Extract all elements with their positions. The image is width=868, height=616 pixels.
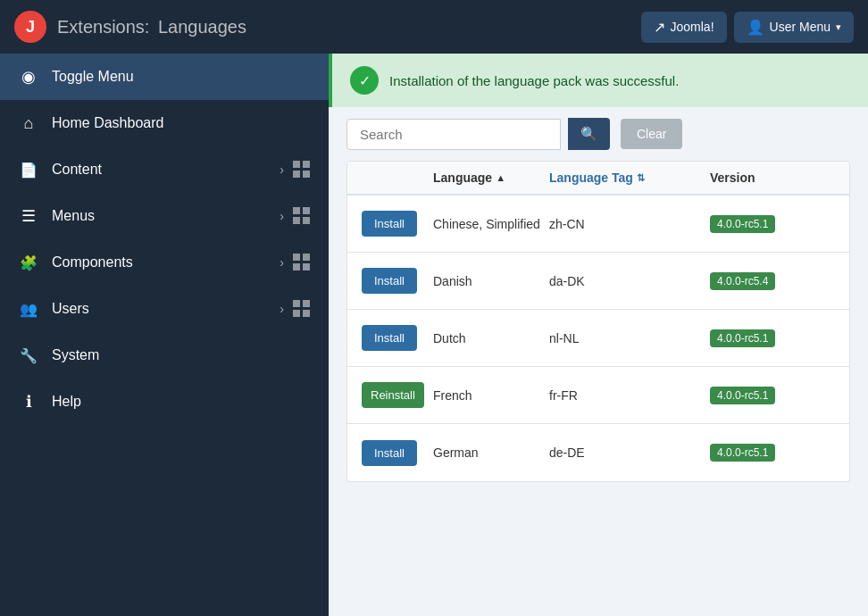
toggle-menu-icon: ◉ [18, 66, 39, 87]
help-icon: ℹ [18, 391, 39, 412]
layout: ◉ Toggle Menu ⌂ Home Dashboard 📄 Content… [0, 54, 868, 616]
language-name: French [433, 388, 549, 403]
th-language-label: Language [433, 171, 492, 185]
languages-table: Language ▲ Language Tag ⇅ Version Instal… [346, 161, 850, 482]
sidebar-item-label: Home Dashboard [52, 115, 311, 131]
grid-icon [293, 161, 311, 179]
install-label: Install [374, 331, 405, 345]
install-button[interactable]: Install [362, 268, 417, 294]
title-prefix: Extensions: [57, 17, 149, 37]
sidebar-item-home-dashboard[interactable]: ⌂ Home Dashboard [0, 100, 329, 146]
th-language-tag[interactable]: Language Tag ⇅ [549, 171, 710, 185]
sidebar-item-components[interactable]: 🧩 Components › [0, 239, 329, 286]
sidebar-item-label: Toggle Menu [52, 69, 311, 85]
sidebar-item-users[interactable]: 👥 Users › [0, 286, 329, 332]
chevron-right-icon: › [280, 209, 284, 223]
sidebar-item-menus[interactable]: ☰ Menus › [0, 193, 329, 239]
version-badge: 4.0.0-rc5.1 [710, 329, 775, 347]
version-cell: 4.0.0-rc5.1 [710, 387, 835, 404]
version-badge: 4.0.0-rc5.4 [710, 272, 775, 290]
row-action-cell: Install [362, 325, 433, 351]
version-cell: 4.0.0-rc5.1 [710, 444, 835, 462]
language-tag: zh-CN [549, 217, 710, 231]
external-icon: ↗ [654, 19, 665, 36]
main-content: ✓ Installation of the language pack was … [329, 54, 868, 616]
install-label: Install [374, 446, 405, 460]
search-icon: 🔍 [580, 126, 597, 141]
table-row: Reinstall French fr-FR 4.0.0-rc5.1 [347, 367, 849, 424]
table-row: Install Danish da-DK 4.0.0-rc5.4 [347, 253, 849, 310]
row-action-cell: Install [362, 440, 433, 466]
th-action [362, 171, 433, 185]
clear-label: Clear [637, 127, 666, 141]
content-icon: 📄 [18, 159, 39, 180]
components-icon: 🧩 [18, 252, 39, 273]
table-row: Install Chinese, Simplified zh-CN 4.0.0-… [347, 196, 849, 253]
language-name: Chinese, Simplified [433, 217, 549, 231]
row-action-cell: Install [362, 211, 433, 237]
search-button[interactable]: 🔍 [568, 118, 610, 150]
sidebar-item-label: System [52, 347, 311, 363]
chevron-right-icon: › [280, 302, 284, 316]
install-label: Install [374, 274, 405, 287]
topbar-right: ↗ Joomla! 👤 User Menu ▾ [641, 12, 855, 43]
reinstall-label: Reinstall [371, 388, 415, 402]
version-badge: 4.0.0-rc5.1 [710, 444, 775, 462]
language-tag: da-DK [549, 274, 710, 288]
th-version: Version [710, 171, 835, 185]
version-cell: 4.0.0-rc5.1 [710, 215, 835, 233]
language-tag: nl-NL [549, 331, 710, 345]
th-tag-label: Language Tag [549, 171, 633, 185]
joomla-button[interactable]: ↗ Joomla! [641, 12, 727, 43]
language-name: German [433, 445, 549, 460]
logo-text: J [26, 18, 35, 37]
reinstall-button[interactable]: Reinstall [362, 382, 424, 408]
table-row: Install German de-DE 4.0.0-rc5.1 [347, 424, 849, 481]
chevron-right-icon: › [280, 255, 284, 270]
sidebar-item-content[interactable]: 📄 Content › [0, 146, 329, 193]
grid-icon [293, 207, 311, 225]
check-icon: ✓ [359, 72, 371, 89]
sort-icon: ⇅ [637, 172, 645, 184]
install-button[interactable]: Install [362, 440, 417, 466]
menus-icon: ☰ [18, 205, 39, 227]
install-button[interactable]: Install [362, 325, 417, 351]
sidebar-item-toggle-menu[interactable]: ◉ Toggle Menu [0, 54, 329, 100]
version-cell: 4.0.0-rc5.4 [710, 272, 835, 290]
chevron-right-icon: › [280, 162, 284, 177]
joomla-btn-label: Joomla! [671, 20, 714, 34]
grid-icon [293, 300, 311, 318]
user-icon: 👤 [747, 19, 764, 36]
install-label: Install [374, 217, 405, 230]
th-language[interactable]: Language ▲ [433, 171, 549, 185]
install-button[interactable]: Install [362, 211, 417, 237]
success-icon: ✓ [350, 66, 379, 95]
sidebar-item-label: Users [52, 301, 280, 317]
toolbar: 🔍 Clear [329, 107, 868, 161]
success-message: Installation of the language pack was su… [389, 73, 679, 88]
sort-asc-icon: ▲ [496, 172, 505, 183]
search-input[interactable] [346, 119, 561, 150]
user-menu-button[interactable]: 👤 User Menu ▾ [734, 12, 854, 43]
users-icon: 👥 [18, 298, 39, 320]
system-icon: 🔧 [18, 345, 39, 366]
clear-button[interactable]: Clear [621, 119, 682, 149]
title-main: Languages [158, 17, 246, 37]
page-title: Extensions: Languages [57, 17, 641, 37]
th-version-label: Version [710, 171, 755, 185]
table-row: Install Dutch nl-NL 4.0.0-rc5.1 [347, 310, 849, 367]
version-cell: 4.0.0-rc5.1 [710, 329, 835, 347]
sidebar-item-system[interactable]: 🔧 System [0, 332, 329, 379]
version-badge: 4.0.0-rc5.1 [710, 215, 775, 233]
home-icon: ⌂ [18, 112, 39, 134]
table-header: Language ▲ Language Tag ⇅ Version [347, 162, 849, 196]
version-badge: 4.0.0-rc5.1 [710, 387, 775, 404]
language-name: Dutch [433, 331, 549, 345]
success-banner: ✓ Installation of the language pack was … [329, 54, 868, 107]
joomla-logo: J [14, 11, 46, 43]
user-menu-label: User Menu [770, 20, 830, 34]
topbar: J Extensions: Languages ↗ Joomla! 👤 User… [0, 0, 868, 54]
sidebar-item-help[interactable]: ℹ Help [0, 379, 329, 425]
language-tag: de-DE [549, 445, 710, 460]
sidebar-item-label: Components [52, 254, 280, 271]
